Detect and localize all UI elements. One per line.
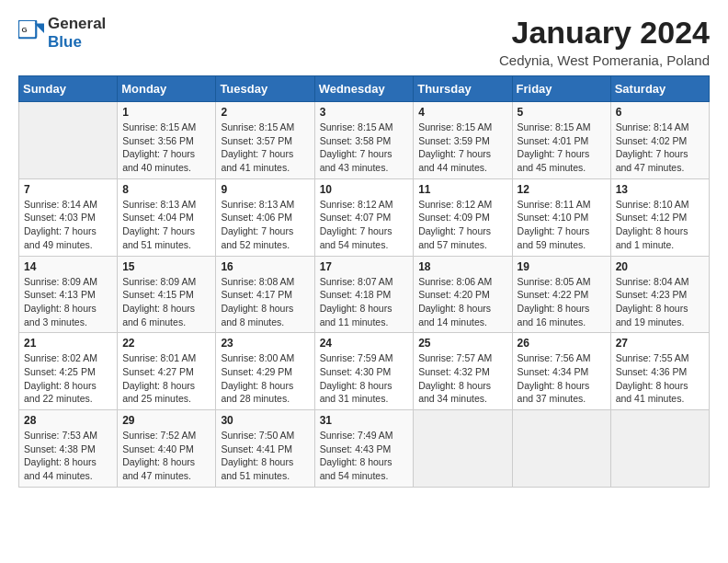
day-header-thursday: Thursday: [414, 76, 512, 102]
svg-text:G: G: [22, 26, 28, 34]
day-number: 19: [518, 260, 606, 273]
day-info: Sunrise: 8:12 AMSunset: 4:09 PMDaylight:…: [418, 198, 506, 252]
calendar-cell: 17Sunrise: 8:07 AMSunset: 4:18 PMDayligh…: [314, 256, 414, 333]
calendar-cell: 2Sunrise: 8:15 AMSunset: 3:57 PMDaylight…: [216, 102, 314, 179]
calendar-cell: [610, 410, 709, 488]
day-info: Sunrise: 8:00 AMSunset: 4:29 PMDaylight:…: [221, 351, 309, 406]
day-info: Sunrise: 8:15 AMSunset: 3:56 PMDaylight:…: [122, 121, 210, 175]
page-header: G General Blue January 2024 Cedynia, Wes…: [18, 15, 710, 68]
calendar-cell: 19Sunrise: 8:05 AMSunset: 4:22 PMDayligh…: [512, 256, 610, 333]
calendar-cell: 3Sunrise: 8:15 AMSunset: 3:58 PMDaylight…: [314, 102, 414, 179]
calendar-cell: 29Sunrise: 7:52 AMSunset: 4:40 PMDayligh…: [118, 410, 216, 488]
calendar-cell: 31Sunrise: 7:49 AMSunset: 4:43 PMDayligh…: [314, 410, 414, 488]
calendar-cell: 28Sunrise: 7:53 AMSunset: 4:38 PMDayligh…: [19, 410, 118, 488]
location-text: Cedynia, West Pomerania, Poland: [499, 52, 710, 68]
day-number: 10: [320, 183, 409, 196]
day-number: 11: [418, 183, 506, 196]
calendar-cell: 22Sunrise: 8:01 AMSunset: 4:27 PMDayligh…: [118, 333, 216, 410]
day-info: Sunrise: 7:57 AMSunset: 4:32 PMDaylight:…: [418, 351, 506, 406]
day-number: 31: [320, 414, 409, 427]
day-info: Sunrise: 8:13 AMSunset: 4:04 PMDaylight:…: [122, 198, 210, 252]
day-number: 2: [221, 106, 309, 119]
calendar-cell: [414, 410, 512, 488]
day-info: Sunrise: 8:09 AMSunset: 4:13 PMDaylight:…: [24, 275, 112, 329]
day-info: Sunrise: 8:10 AMSunset: 4:12 PMDaylight:…: [616, 198, 704, 252]
calendar-cell: 13Sunrise: 8:10 AMSunset: 4:12 PMDayligh…: [610, 178, 709, 256]
day-number: 30: [221, 414, 309, 427]
day-info: Sunrise: 8:13 AMSunset: 4:06 PMDaylight:…: [221, 198, 309, 252]
calendar-cell: 15Sunrise: 8:09 AMSunset: 4:15 PMDayligh…: [118, 256, 216, 333]
logo-general: General: [48, 15, 106, 32]
day-header-tuesday: Tuesday: [216, 76, 314, 102]
day-info: Sunrise: 8:15 AMSunset: 4:01 PMDaylight:…: [518, 121, 606, 175]
day-info: Sunrise: 8:02 AMSunset: 4:25 PMDaylight:…: [24, 351, 112, 406]
day-number: 27: [616, 337, 704, 350]
day-info: Sunrise: 8:15 AMSunset: 3:58 PMDaylight:…: [320, 121, 409, 175]
day-number: 24: [320, 337, 409, 350]
day-number: 22: [122, 337, 210, 350]
calendar-cell: 20Sunrise: 8:04 AMSunset: 4:23 PMDayligh…: [610, 256, 709, 333]
calendar-cell: 6Sunrise: 8:14 AMSunset: 4:02 PMDaylight…: [610, 102, 709, 179]
calendar-cell: 25Sunrise: 7:57 AMSunset: 4:32 PMDayligh…: [414, 333, 512, 410]
title-block: January 2024 Cedynia, West Pomerania, Po…: [499, 15, 710, 68]
day-number: 28: [24, 414, 112, 427]
day-header-sunday: Sunday: [19, 76, 118, 102]
day-number: 13: [616, 183, 704, 196]
day-number: 17: [320, 260, 409, 273]
calendar-cell: 16Sunrise: 8:08 AMSunset: 4:17 PMDayligh…: [216, 256, 314, 333]
calendar-cell: 21Sunrise: 8:02 AMSunset: 4:25 PMDayligh…: [19, 333, 118, 410]
logo-text: General Blue: [48, 15, 106, 51]
day-info: Sunrise: 8:09 AMSunset: 4:15 PMDaylight:…: [122, 275, 210, 329]
calendar-week-3: 14Sunrise: 8:09 AMSunset: 4:13 PMDayligh…: [19, 256, 710, 333]
calendar-cell: 14Sunrise: 8:09 AMSunset: 4:13 PMDayligh…: [19, 256, 118, 333]
day-number: 7: [24, 183, 112, 196]
day-info: Sunrise: 8:11 AMSunset: 4:10 PMDaylight:…: [518, 198, 606, 252]
day-info: Sunrise: 7:53 AMSunset: 4:38 PMDaylight:…: [24, 429, 112, 483]
day-number: 3: [320, 106, 409, 119]
day-number: 4: [418, 106, 506, 119]
calendar-week-4: 21Sunrise: 8:02 AMSunset: 4:25 PMDayligh…: [19, 333, 710, 410]
day-info: Sunrise: 8:06 AMSunset: 4:20 PMDaylight:…: [418, 275, 506, 329]
day-header-monday: Monday: [118, 76, 216, 102]
calendar-cell: 8Sunrise: 8:13 AMSunset: 4:04 PMDaylight…: [118, 178, 216, 256]
day-info: Sunrise: 8:15 AMSunset: 3:57 PMDaylight:…: [221, 121, 309, 175]
calendar-cell: 5Sunrise: 8:15 AMSunset: 4:01 PMDaylight…: [512, 102, 610, 179]
calendar-week-5: 28Sunrise: 7:53 AMSunset: 4:38 PMDayligh…: [19, 410, 710, 488]
day-info: Sunrise: 8:05 AMSunset: 4:22 PMDaylight:…: [518, 275, 606, 329]
calendar-week-1: 1Sunrise: 8:15 AMSunset: 3:56 PMDaylight…: [19, 102, 710, 179]
day-number: 9: [221, 183, 309, 196]
day-header-saturday: Saturday: [610, 76, 709, 102]
calendar-cell: 30Sunrise: 7:50 AMSunset: 4:41 PMDayligh…: [216, 410, 314, 488]
day-info: Sunrise: 7:50 AMSunset: 4:41 PMDaylight:…: [221, 429, 309, 483]
day-number: 1: [122, 106, 210, 119]
day-info: Sunrise: 8:01 AMSunset: 4:27 PMDaylight:…: [122, 351, 210, 406]
calendar-cell: 24Sunrise: 7:59 AMSunset: 4:30 PMDayligh…: [314, 333, 414, 410]
logo-icon: G: [18, 20, 44, 46]
day-info: Sunrise: 8:12 AMSunset: 4:07 PMDaylight:…: [320, 198, 409, 252]
calendar-cell: 7Sunrise: 8:14 AMSunset: 4:03 PMDaylight…: [19, 178, 118, 256]
logo: G General Blue: [18, 15, 106, 51]
calendar-cell: 9Sunrise: 8:13 AMSunset: 4:06 PMDaylight…: [216, 178, 314, 256]
calendar-header-row: SundayMondayTuesdayWednesdayThursdayFrid…: [19, 76, 710, 102]
day-info: Sunrise: 8:14 AMSunset: 4:02 PMDaylight:…: [616, 121, 704, 175]
day-info: Sunrise: 8:15 AMSunset: 3:59 PMDaylight:…: [418, 121, 506, 175]
day-number: 18: [418, 260, 506, 273]
day-info: Sunrise: 7:52 AMSunset: 4:40 PMDaylight:…: [122, 429, 210, 483]
calendar-cell: [19, 102, 118, 179]
logo-blue: Blue: [48, 33, 82, 51]
day-number: 8: [122, 183, 210, 196]
month-title: January 2024: [499, 15, 710, 51]
day-info: Sunrise: 7:55 AMSunset: 4:36 PMDaylight:…: [616, 351, 704, 406]
day-number: 21: [24, 337, 112, 350]
calendar-table: SundayMondayTuesdayWednesdayThursdayFrid…: [18, 75, 710, 488]
day-header-wednesday: Wednesday: [314, 76, 414, 102]
day-number: 16: [221, 260, 309, 273]
calendar-cell: 26Sunrise: 7:56 AMSunset: 4:34 PMDayligh…: [512, 333, 610, 410]
calendar-cell: 23Sunrise: 8:00 AMSunset: 4:29 PMDayligh…: [216, 333, 314, 410]
day-info: Sunrise: 7:49 AMSunset: 4:43 PMDaylight:…: [320, 429, 409, 483]
day-number: 6: [616, 106, 704, 119]
day-info: Sunrise: 7:59 AMSunset: 4:30 PMDaylight:…: [320, 351, 409, 406]
day-info: Sunrise: 8:08 AMSunset: 4:17 PMDaylight:…: [221, 275, 309, 329]
calendar-cell: 11Sunrise: 8:12 AMSunset: 4:09 PMDayligh…: [414, 178, 512, 256]
day-number: 5: [518, 106, 606, 119]
